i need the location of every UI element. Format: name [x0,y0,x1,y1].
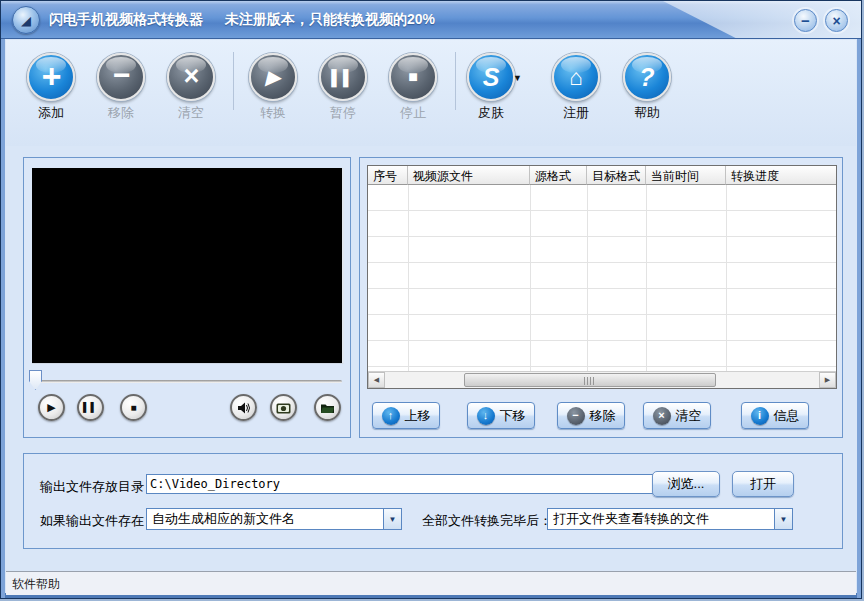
output-settings-panel: 输出文件存放目录： 浏览... 打开 如果输出文件存在： 自动生成相应的新文件名… [23,453,843,549]
status-text: 软件帮助 [12,576,60,593]
file-list-header: 序号 视频源文件 源格式 目标格式 当前时间 转换进度 [368,166,836,185]
file-list-table: 序号 视频源文件 源格式 目标格式 当前时间 转换进度 ◀ ▶ [367,165,837,389]
speaker-icon [237,401,251,415]
toolbar: + 添加 − 移除 × 清空 ▶ 转换 ▌▌ 暂停 ■ 停止 S 皮肤 ▼ [6,40,856,146]
stop-button[interactable]: ■ 停止 [383,53,443,122]
open-file-button[interactable] [314,394,341,421]
stop-icon: ■ [130,403,136,413]
horizontal-scrollbar[interactable]: ◀ ▶ [368,371,836,388]
snapshot-button[interactable] [270,394,297,421]
seek-slider-thumb[interactable] [29,370,42,390]
info-button[interactable]: i 信息 [741,402,809,429]
grid-line [726,185,727,371]
stop-icon: ■ [389,53,437,101]
if-exists-combobox[interactable]: 自动生成相应的新文件名 ▼ [146,508,402,530]
minimize-icon: − [801,12,810,29]
move-down-button[interactable]: ↓ 下移 [467,402,535,429]
arrow-down-icon: ↓ [477,407,495,425]
minus-icon: − [567,407,585,425]
grid-line [530,185,531,371]
chevron-down-icon[interactable]: ▼ [383,509,401,529]
minus-icon: − [97,53,145,101]
scrollbar-thumb[interactable] [464,373,716,387]
titlebar: ◢ 闪电手机视频格式转换器未注册版本，只能转换视频的20% − × [1,1,861,39]
video-preview [32,168,344,364]
app-arrow-icon: ◢ [21,13,31,28]
scroll-left-arrow-icon[interactable]: ◀ [368,372,385,388]
file-list-panel: 序号 视频源文件 源格式 目标格式 当前时间 转换进度 ◀ ▶ ↑ [359,157,843,438]
skin-s-icon: S [467,53,515,101]
app-icon[interactable]: ◢ [12,6,40,34]
column-header-source-format[interactable]: 源格式 [530,166,587,185]
output-dir-label: 输出文件存放目录： [40,478,157,496]
chevron-down-icon[interactable]: ▼ [774,509,792,529]
seek-slider-track[interactable] [32,380,342,383]
volume-button[interactable] [230,394,257,421]
statusbar: 软件帮助 [6,572,856,595]
play-icon: ▶ [249,53,297,101]
convert-button[interactable]: ▶ 转换 [243,53,303,122]
arrow-up-icon: ↑ [382,407,400,425]
skin-button[interactable]: S 皮肤 [461,53,521,122]
pause-button[interactable]: ▌▌ 暂停 [313,53,373,122]
x-icon: × [167,53,215,101]
browse-button[interactable]: 浏览... [652,471,720,497]
skin-dropdown-arrow-icon[interactable]: ▼ [513,73,522,83]
plus-icon: + [27,53,75,101]
pause-icon: ▌▌ [83,403,98,412]
column-header-index[interactable]: 序号 [368,166,408,185]
toolbar-separator [455,52,456,110]
pause-icon: ▌▌ [319,53,367,101]
list-remove-button[interactable]: − 移除 [557,402,625,429]
register-button[interactable]: ⌂ 注册 [546,53,606,122]
camera-icon [276,402,291,414]
home-icon: ⌂ [552,53,600,101]
folder-icon [320,402,335,414]
player-play-button[interactable]: ▶ [38,394,65,421]
info-icon: i [751,407,769,425]
output-dir-input[interactable] [146,474,654,494]
column-header-target-format[interactable]: 目标格式 [587,166,646,185]
remove-button[interactable]: − 移除 [91,53,151,122]
list-clear-button[interactable]: × 清空 [643,402,711,429]
grid-line [646,185,647,371]
after-finish-label: 全部文件转换完毕后： [422,512,552,530]
close-icon: × [832,13,840,29]
column-header-source-file[interactable]: 视频源文件 [408,166,530,185]
column-header-progress[interactable]: 转换进度 [726,166,836,185]
preview-panel: ▶ ▌▌ ■ [23,157,351,438]
minimize-button[interactable]: − [794,9,817,32]
close-button[interactable]: × [825,9,848,32]
unregistered-notice: 未注册版本，只能转换视频的20% [225,11,435,27]
add-button[interactable]: + 添加 [21,53,81,122]
help-button[interactable]: ? 帮助 [617,53,677,122]
player-pause-button[interactable]: ▌▌ [77,394,104,421]
app-window: ◢ 闪电手机视频格式转换器未注册版本，只能转换视频的20% − × + 添加 −… [0,0,862,599]
play-icon: ▶ [47,402,55,413]
open-dir-button[interactable]: 打开 [732,471,794,497]
x-icon: × [653,407,671,425]
file-list-body [368,185,836,371]
after-finish-combobox[interactable]: 打开文件夹查看转换的文件 ▼ [547,508,793,530]
scroll-right-arrow-icon[interactable]: ▶ [819,372,836,388]
player-stop-button[interactable]: ■ [120,394,147,421]
column-header-current-time[interactable]: 当前时间 [646,166,726,185]
toolbar-separator [233,52,234,110]
move-up-button[interactable]: ↑ 上移 [372,402,440,429]
grid-line [408,185,409,371]
clear-button[interactable]: × 清空 [161,53,221,122]
window-title: 闪电手机视频格式转换器未注册版本，只能转换视频的20% [49,11,435,29]
question-icon: ? [623,53,671,101]
if-exists-label: 如果输出文件存在： [40,512,157,530]
grid-line [587,185,588,371]
